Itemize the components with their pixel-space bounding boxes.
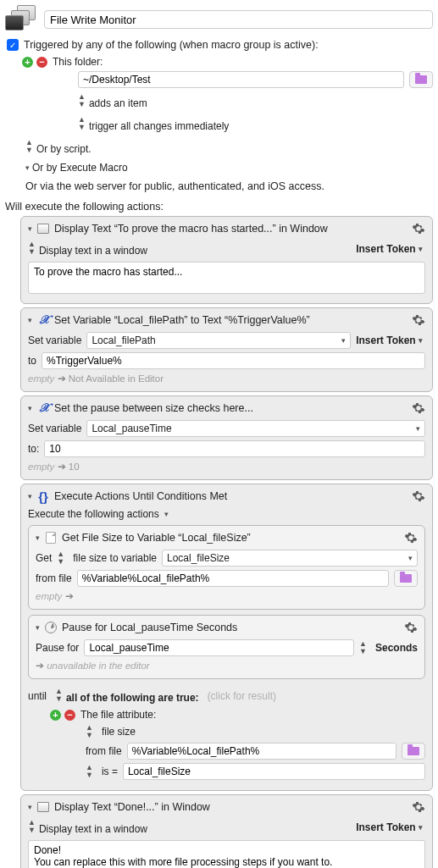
disclosure-icon[interactable]: ▾ — [28, 316, 32, 324]
action-set-variable-pausetime[interactable]: ▾ 𝒳 Set the pause between size checks he… — [20, 395, 433, 480]
disclosure-icon[interactable]: ▾ — [28, 224, 32, 233]
variable-name-select[interactable]: Local_filePath▾ — [86, 332, 351, 349]
all-true-select[interactable]: all of the following are true: — [66, 692, 199, 704]
folder-icon — [408, 747, 419, 755]
disclosure-icon[interactable]: ▾ — [28, 404, 32, 412]
add-icon[interactable]: + — [22, 57, 33, 68]
insert-token-button[interactable]: Insert Token ▾ — [356, 243, 425, 255]
variable-icon: 𝒳 — [36, 314, 50, 326]
display-mode[interactable]: Display text in a window — [39, 823, 147, 835]
gear-icon[interactable] — [412, 489, 425, 503]
action-title: Display Text “Done!...” in Window — [54, 801, 408, 813]
display-text-area[interactable]: Done! You can replace this with more fil… — [28, 840, 425, 868]
add-remove-trigger[interactable]: + − — [22, 57, 47, 68]
file-size-select[interactable]: file size — [102, 726, 136, 738]
gear-icon[interactable] — [404, 531, 418, 545]
trigger-changes-select[interactable]: trigger all changes immediately — [89, 120, 229, 132]
is-equal-select[interactable]: is = — [102, 766, 118, 777]
chevron-down-icon[interactable]: ▾ — [164, 510, 169, 518]
file-path-input[interactable] — [77, 570, 389, 587]
folder-icon — [400, 574, 412, 583]
variable-name-select[interactable]: Local_fileSize▾ — [162, 550, 418, 567]
or-execute-macro: Or by Execute Macro — [32, 162, 128, 174]
result-na: Not Available in Editor — [69, 373, 164, 384]
add-icon[interactable]: + — [50, 710, 61, 721]
variable-value-input[interactable] — [42, 352, 425, 369]
set-variable-label: Set variable — [28, 423, 81, 434]
stepper-icon[interactable]: ▲▼ — [28, 240, 36, 256]
gear-icon[interactable] — [412, 313, 425, 327]
action-title: Get File Size to Variable “Local_fileSiz… — [62, 532, 400, 544]
choose-folder-button[interactable] — [409, 71, 433, 88]
pause-for-label: Pause for — [36, 642, 79, 654]
insert-token-button[interactable]: Insert Token ▾ — [356, 821, 425, 833]
remove-icon[interactable]: − — [64, 710, 75, 721]
click-for-result[interactable]: (click for result) — [208, 690, 276, 702]
stepper-icon[interactable]: ▲▼ — [28, 819, 36, 834]
chevron-down-icon[interactable]: ▾ — [25, 163, 30, 172]
pause-value-input[interactable] — [84, 639, 354, 656]
insert-token-button[interactable]: Insert Token ▾ — [356, 334, 425, 346]
unavailable-label: unavailable in the editor — [47, 661, 149, 671]
folder-path-input[interactable] — [78, 71, 404, 88]
until-label: until — [28, 690, 47, 702]
file-size-label[interactable]: file size to variable — [73, 552, 157, 564]
clock-icon — [44, 622, 58, 633]
gear-icon[interactable] — [412, 800, 425, 814]
disclosure-icon[interactable]: ▾ — [28, 492, 32, 500]
action-execute-until[interactable]: ▾ {} Execute Actions Until Conditions Me… — [20, 484, 433, 791]
add-remove-condition[interactable]: + − — [50, 710, 75, 721]
disclosure-icon[interactable]: ▾ — [36, 534, 40, 542]
variable-name-select[interactable]: Local_pauseTime▾ — [86, 420, 425, 437]
or-script: Or by script. — [36, 143, 91, 155]
empty-label: empty — [36, 591, 62, 601]
stepper-icon[interactable]: ▲▼ — [78, 116, 86, 131]
to-label: to — [28, 355, 36, 367]
seconds-label[interactable]: Seconds — [375, 642, 418, 654]
gear-icon[interactable] — [412, 401, 425, 415]
condition-path-input[interactable] — [127, 743, 396, 760]
stepper-icon[interactable]: ▲▼ — [86, 724, 93, 739]
empty-label: empty — [28, 462, 54, 472]
stepper-icon[interactable]: ▲▼ — [359, 640, 367, 655]
stepper-icon[interactable]: ▲▼ — [55, 688, 63, 703]
display-mode[interactable]: Display text in a window — [39, 245, 147, 257]
remove-icon[interactable]: − — [36, 57, 47, 68]
from-file-label: from file — [36, 572, 72, 584]
choose-file-button[interactable] — [394, 570, 418, 587]
action-title: Display Text “To prove the macro has sta… — [54, 223, 408, 235]
enabled-checkbox[interactable]: ✓ — [7, 39, 19, 51]
disclosure-icon[interactable]: ▾ — [36, 623, 40, 632]
display-text-area[interactable]: To prove the macro has started... — [28, 262, 425, 294]
gear-icon[interactable] — [412, 222, 425, 235]
folder-label: This folder: — [53, 56, 103, 68]
adds-item-select[interactable]: adds an item — [89, 97, 147, 109]
stepper-icon[interactable]: ▲▼ — [78, 93, 86, 108]
stepper-icon[interactable]: ▲▼ — [86, 764, 93, 779]
stepper-icon[interactable]: ▲▼ — [57, 550, 64, 566]
action-display-text-1[interactable]: ▾ Display Text “To prove the macro has s… — [20, 216, 433, 304]
action-set-variable-filepath[interactable]: ▾ 𝒳 Set Variable “Local_filePath” to Tex… — [20, 307, 433, 392]
variable-value-input[interactable] — [44, 440, 425, 457]
set-variable-label: Set variable — [28, 334, 81, 346]
result-value: 10 — [69, 462, 80, 472]
action-display-text-done[interactable]: ▾ Display Text “Done!...” in Window ▲▼Di… — [20, 794, 433, 868]
action-get-file-size[interactable]: ▾ Get File Size to Variable “Local_fileS… — [28, 525, 425, 610]
execute-actions-label: Will execute the following actions: — [5, 201, 433, 213]
choose-file-button[interactable] — [402, 743, 425, 760]
from-file-label: from file — [86, 745, 122, 757]
file-attribute-label: The file attribute: — [80, 709, 156, 721]
gear-icon[interactable] — [404, 621, 418, 634]
macro-title-input[interactable] — [44, 10, 433, 29]
action-title: Execute Actions Until Conditions Met — [54, 490, 408, 502]
loop-icon: {} — [36, 490, 50, 502]
document-icon — [44, 532, 58, 544]
stepper-icon[interactable]: ▲▼ — [25, 139, 33, 154]
empty-label: empty — [28, 373, 54, 384]
action-pause[interactable]: ▾ Pause for Local_pauseTime Seconds Paus… — [28, 615, 425, 679]
window-icon — [36, 801, 50, 813]
condition-value-input[interactable] — [123, 763, 425, 780]
disclosure-icon[interactable]: ▾ — [28, 803, 32, 811]
folder-icon — [415, 75, 427, 84]
execute-following-label: Execute the following actions — [28, 508, 159, 520]
